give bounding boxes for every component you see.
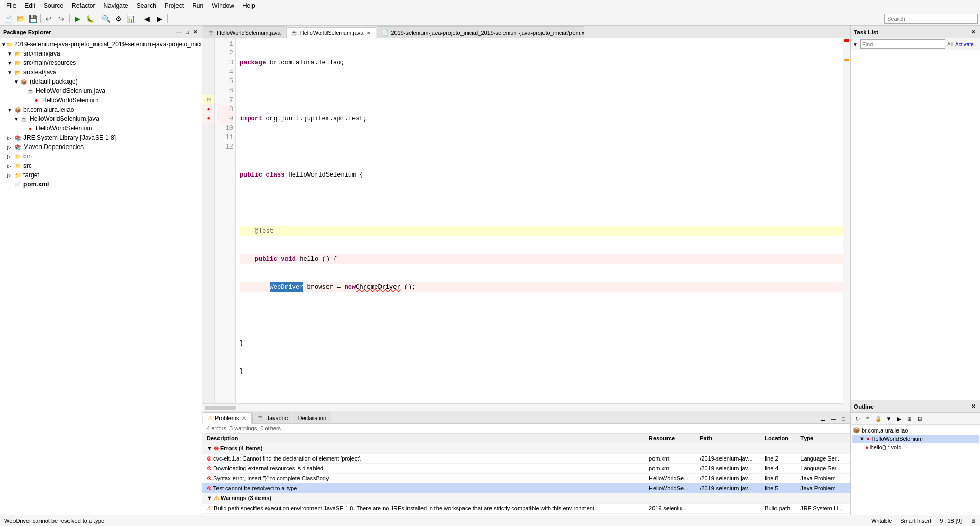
task-find-input[interactable] xyxy=(860,39,945,49)
outline-btn-4[interactable]: ▼ xyxy=(884,414,893,423)
debug-button[interactable]: 🐛 xyxy=(84,13,96,24)
outline-btn-3[interactable]: 🔒 xyxy=(874,414,883,423)
code-editor[interactable]: ⊟ ● ● 1 2 3 4 xyxy=(202,38,850,411)
tree-item-src-main-resources[interactable]: ▼ 📂 src/main/resources xyxy=(0,58,202,68)
tab-close-button[interactable]: ✕ xyxy=(241,415,247,421)
warning-type-1: JRE System Li... xyxy=(796,504,850,514)
tab-close-button[interactable]: ✕ xyxy=(365,30,372,36)
tab-pom[interactable]: 📄 2019-selenium-java-projeto_inicial_201… xyxy=(377,26,584,38)
tab-javadoc[interactable]: ☕ Javadoc xyxy=(252,412,292,423)
editor-vertical-scrollbar[interactable] xyxy=(843,38,850,411)
tree-item-project[interactable]: ▼ 📁 2019-selenium-java-projeto_inicial_2… xyxy=(0,39,202,49)
menu-window[interactable]: Window xyxy=(208,1,238,10)
save-button[interactable]: 💾 xyxy=(27,13,38,24)
tree-item-default-package[interactable]: ▼ 📦 (default package) xyxy=(0,77,202,86)
outline-btn-5[interactable]: ▶ xyxy=(894,414,904,423)
outline-item-package[interactable]: 📦 br.com.alura.leilao xyxy=(852,426,979,435)
tree-item-src[interactable]: ▷ 📁 src xyxy=(0,161,202,170)
menu-edit[interactable]: Edit xyxy=(20,1,39,10)
tree-item-target[interactable]: ▷ 📁 target xyxy=(0,170,202,180)
error-row-3[interactable]: ⊗ Syntax error, insert "}" to complete C… xyxy=(202,474,850,483)
error-row-4[interactable]: ⊗ Test cannot be resolved to a type Hell… xyxy=(202,483,850,493)
expand-icon[interactable]: ▼ xyxy=(207,445,212,451)
search-input[interactable] xyxy=(884,14,978,24)
toolbar-btn-4[interactable]: ◀ xyxy=(141,13,153,24)
package-explorer-tree: ▼ 📁 2019-selenium-java-projeto_inicial_2… xyxy=(0,38,202,515)
tree-item-hello-java-1[interactable]: ▷ ☕ HelloWorldSelenium.java xyxy=(0,86,202,96)
new-button[interactable]: 📄 xyxy=(2,13,13,24)
tab-helloworld-2[interactable]: ☕ HelloWorldSelenium.java ✕ xyxy=(286,27,377,38)
maximize-button[interactable]: □ xyxy=(184,29,190,35)
toolbar-btn-1[interactable]: 🔍 xyxy=(100,13,112,24)
status-icons: 🖥 xyxy=(970,518,976,524)
error-row-1[interactable]: ⊗ cvc-elt.1.a: Cannot find the declarati… xyxy=(202,454,850,464)
task-list-header: Task List ✕ xyxy=(851,26,980,38)
error-type-2: Language Ser... xyxy=(796,464,850,474)
minimize-icon[interactable]: — xyxy=(828,414,838,423)
undo-button[interactable]: ↩ xyxy=(43,13,55,24)
tab-declaration[interactable]: Declaration xyxy=(293,412,331,423)
menu-project[interactable]: Project xyxy=(160,1,188,10)
fold-icon[interactable]: ⊟ xyxy=(207,97,211,102)
outline-btn-7[interactable]: ⊟ xyxy=(915,414,924,423)
open-button[interactable]: 📂 xyxy=(15,13,26,24)
code-content-area[interactable]: package br.com.alura.leilao; import org.… xyxy=(236,38,850,411)
run-button[interactable]: ▶ xyxy=(72,13,83,24)
filter-icon[interactable]: ☰ xyxy=(818,414,827,423)
tree-item-bin[interactable]: ▷ 📁 bin xyxy=(0,152,202,161)
tree-arrow: ▼ xyxy=(13,79,20,85)
toolbar-btn-5[interactable]: ▶ xyxy=(154,13,165,24)
expand-icon[interactable]: ▼ xyxy=(207,495,212,501)
tree-item-src-test-java[interactable]: ▼ 📂 src/test/java xyxy=(0,68,202,77)
minimize-button[interactable]: — xyxy=(175,29,183,35)
menu-refactor[interactable]: Refactor xyxy=(67,1,99,10)
task-filter-icon[interactable]: ▼ xyxy=(853,42,858,47)
menu-file[interactable]: File xyxy=(2,1,20,10)
tab-label: HelloWorldSelenium.java xyxy=(300,30,364,36)
warning-row-1[interactable]: ⚠ Build path specifies execution environ… xyxy=(202,504,850,514)
tree-item-hello-class-1[interactable]: ▷ ● HelloWorldSelenium xyxy=(0,96,202,105)
tree-item-br-com[interactable]: ▼ 📦 br.com.alura.leilao xyxy=(0,105,202,114)
close-button[interactable]: ✕ xyxy=(192,29,199,35)
outline-btn-2[interactable]: ≡ xyxy=(863,414,873,423)
tree-label: (default package) xyxy=(30,78,78,85)
warning-location-2: line 77 xyxy=(760,514,796,515)
error-row-2[interactable]: ⊗ Downloading external resources is disa… xyxy=(202,464,850,474)
maximize-icon[interactable]: □ xyxy=(839,414,848,423)
editor-horizontal-scrollbar[interactable] xyxy=(202,403,843,411)
status-message: WebDriver cannot be resolved to a type xyxy=(4,518,104,524)
code-line-10 xyxy=(240,311,846,320)
tree-item-src-main-java[interactable]: ▼ 📂 src/main/java xyxy=(0,49,202,58)
tree-item-hello-class-2[interactable]: ▷ ● HelloWorldSelenium xyxy=(0,124,202,133)
close-button[interactable]: ✕ xyxy=(970,403,977,410)
menu-navigate[interactable]: Navigate xyxy=(99,1,132,10)
error-icon: ⊗ xyxy=(207,484,212,492)
toolbar-sep-2 xyxy=(69,14,70,23)
tree-item-hello-java-2[interactable]: ▼ ☕ HelloWorldSelenium.java xyxy=(0,114,202,124)
tree-arrow: ▷ xyxy=(7,135,13,141)
toolbar-btn-3[interactable]: 📊 xyxy=(125,13,137,24)
outline-item-class[interactable]: ▼ ● HelloWorldSelenium xyxy=(852,435,979,443)
menu-source[interactable]: Source xyxy=(39,1,67,10)
menu-help[interactable]: Help xyxy=(238,1,260,10)
package-explorer-title: Package Explorer xyxy=(3,29,51,35)
task-activate-link[interactable]: Activate... xyxy=(955,42,978,47)
menu-search[interactable]: Search xyxy=(132,1,160,10)
outline-btn-6[interactable]: ⊞ xyxy=(905,414,914,423)
redo-button[interactable]: ↪ xyxy=(56,13,67,24)
tab-problems[interactable]: ⚠ Problems ✕ xyxy=(203,412,252,424)
warning-desc-1: ⚠ Build path specifies execution environ… xyxy=(202,504,645,514)
toolbar-btn-2[interactable]: ⚙ xyxy=(113,13,124,24)
tab-helloworld-1[interactable]: ☕ HelloWorldSelenium.java xyxy=(203,26,285,38)
close-button[interactable]: ✕ xyxy=(970,29,977,35)
tree-item-pom[interactable]: ▷ 📄 pom.xml xyxy=(0,180,202,189)
menu-run[interactable]: Run xyxy=(188,1,208,10)
outline-item-method[interactable]: ● hello() : void xyxy=(852,443,979,451)
tree-item-jre[interactable]: ▷ 📚 JRE System Library [JavaSE-1.8] xyxy=(0,133,202,142)
tree-item-maven[interactable]: ▷ 📚 Maven Dependencies xyxy=(0,142,202,152)
outline-btn-1[interactable]: ↻ xyxy=(853,414,862,423)
warning-row-2[interactable]: ⚠ Malformed POM C:\Users\maiko\eclipse-w… xyxy=(202,514,850,515)
tree-arrow: ▼ xyxy=(1,42,6,47)
tab-icon: ☕ xyxy=(257,414,264,421)
task-all-label[interactable]: All xyxy=(947,42,953,47)
